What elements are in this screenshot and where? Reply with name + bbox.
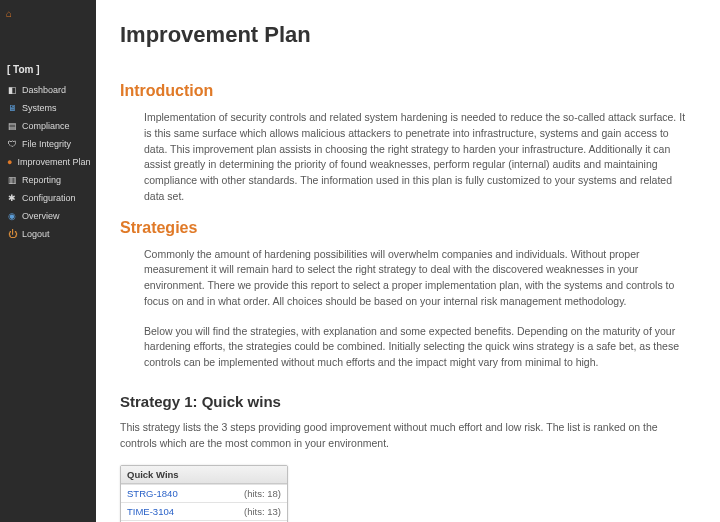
sidebar-item-compliance[interactable]: ▤ Compliance xyxy=(0,117,96,135)
compliance-icon: ▤ xyxy=(7,121,17,131)
strategies-body-1: Commonly the amount of hardening possibi… xyxy=(144,247,692,310)
sidebar-item-label: Systems xyxy=(22,103,57,113)
sidebar-item-label: Dashboard xyxy=(22,85,66,95)
logout-icon: ⏻ xyxy=(7,229,17,239)
sidebar-item-label: Overview xyxy=(22,211,60,221)
table-row: TIME-3104 (hits: 13) xyxy=(121,502,287,520)
sidebar-item-label: Logout xyxy=(22,229,50,239)
page-title: Improvement Plan xyxy=(120,22,692,48)
strategy1-heading: Strategy 1: Quick wins xyxy=(120,393,692,410)
sidebar-item-overview[interactable]: ◉ Overview xyxy=(0,207,96,225)
config-icon: ✱ xyxy=(7,193,17,203)
current-user: [ Tom ] xyxy=(0,60,96,81)
reporting-icon: ▥ xyxy=(7,175,17,185)
quick-win-hits: (hits: 13) xyxy=(244,506,281,517)
quick-win-code-link[interactable]: TIME-3104 xyxy=(127,506,174,517)
quick-wins-header: Quick Wins xyxy=(121,466,287,484)
quick-wins-table: Quick Wins STRG-1840 (hits: 18) TIME-310… xyxy=(120,465,288,522)
sidebar-item-label: Configuration xyxy=(22,193,76,203)
sidebar-item-dashboard[interactable]: ◧ Dashboard xyxy=(0,81,96,99)
intro-body: Implementation of security controls and … xyxy=(144,110,692,205)
sidebar-item-label: File Integrity xyxy=(22,139,71,149)
strategy1-body: This strategy lists the 3 steps providin… xyxy=(120,420,692,452)
sidebar-item-label: Compliance xyxy=(22,121,70,131)
sidebar-item-systems[interactable]: 🖥 Systems xyxy=(0,99,96,117)
strategies-body-2: Below you will find the strategies, with… xyxy=(144,324,692,371)
section-heading-introduction: Introduction xyxy=(120,82,692,100)
table-row: STRG-1840 (hits: 18) xyxy=(121,484,287,502)
systems-icon: 🖥 xyxy=(7,103,17,113)
sidebar-nav: ◧ Dashboard 🖥 Systems ▤ Compliance 🛡 Fil… xyxy=(0,81,96,243)
sidebar-item-configuration[interactable]: ✱ Configuration xyxy=(0,189,96,207)
home-icon[interactable]: ⌂ xyxy=(6,8,12,19)
overview-icon: ◉ xyxy=(7,211,17,221)
fileint-icon: 🛡 xyxy=(7,139,17,149)
section-heading-strategies: Strategies xyxy=(120,219,692,237)
sidebar-item-logout[interactable]: ⏻ Logout xyxy=(0,225,96,243)
sidebar: ⌂ [ Tom ] ◧ Dashboard 🖥 Systems ▤ Compli… xyxy=(0,0,96,522)
sidebar-item-file-integrity[interactable]: 🛡 File Integrity xyxy=(0,135,96,153)
dashboard-icon: ◧ xyxy=(7,85,17,95)
sidebar-item-label: Improvement Plan xyxy=(17,157,90,167)
quick-win-hits: (hits: 18) xyxy=(244,488,281,499)
sidebar-item-reporting[interactable]: ▥ Reporting xyxy=(0,171,96,189)
sidebar-item-label: Reporting xyxy=(22,175,61,185)
main-content: Improvement Plan Introduction Implementa… xyxy=(96,0,720,522)
quick-win-code-link[interactable]: STRG-1840 xyxy=(127,488,178,499)
home-area: ⌂ xyxy=(0,4,96,60)
improve-icon: ● xyxy=(7,157,12,167)
sidebar-item-improvement-plan[interactable]: ● Improvement Plan xyxy=(0,153,96,171)
